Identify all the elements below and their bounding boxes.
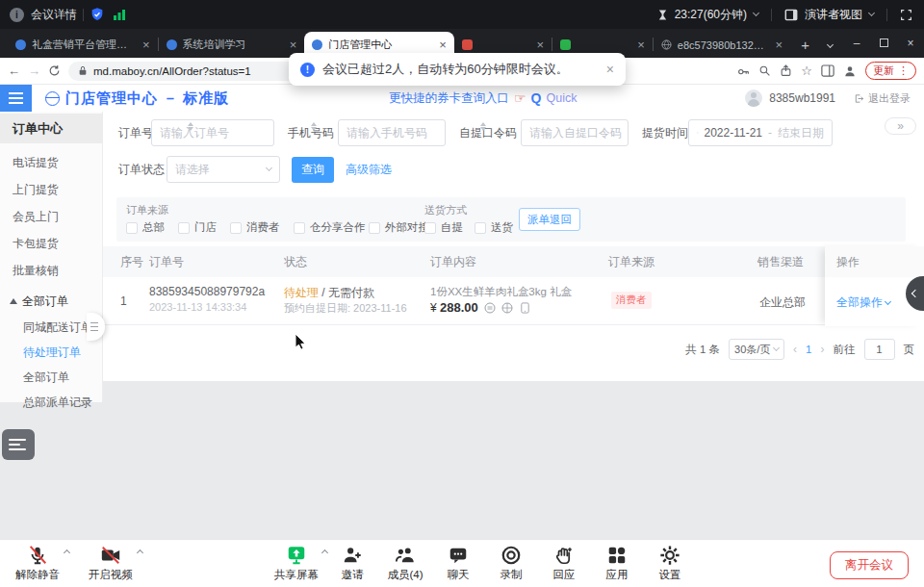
leave-meeting-button[interactable]: 离开会议: [830, 551, 909, 579]
fullscreen-icon[interactable]: [900, 9, 912, 21]
phone-input[interactable]: 请输入手机号码: [338, 119, 446, 146]
advanced-filter-link[interactable]: 高级筛选: [346, 156, 392, 183]
new-tab-button[interactable]: +: [794, 33, 816, 56]
tab-close-icon[interactable]: ×: [290, 38, 297, 51]
floating-list-button[interactable]: [2, 429, 35, 460]
sidebar-item-card-pickup[interactable]: 卡包提货: [0, 230, 102, 257]
invite-button[interactable]: 邀请: [326, 540, 378, 582]
checkbox-source-hq[interactable]: 总部: [126, 220, 165, 235]
prev-page-button[interactable]: ‹: [793, 343, 797, 356]
password-key-icon[interactable]: [737, 64, 750, 77]
tab-close-icon[interactable]: ×: [637, 38, 645, 51]
row-index: 1: [120, 294, 127, 308]
sidebar-item-door-pickup[interactable]: 上门提货: [0, 176, 102, 203]
tab-close-icon[interactable]: ×: [142, 38, 150, 51]
view-mode-label[interactable]: 演讲者视图: [805, 7, 862, 23]
settings-button[interactable]: 设置: [644, 540, 696, 582]
members-button[interactable]: 成员(4): [379, 540, 431, 582]
apps-button[interactable]: 应用: [591, 540, 643, 582]
sidebar-item-member-visit[interactable]: 会员上门: [0, 203, 102, 230]
order-status-select[interactable]: 请选择: [167, 156, 280, 183]
browser-update-button[interactable]: 更新 ⋮: [865, 62, 916, 80]
checkbox-source-warehouse-share[interactable]: 仓分享合作: [294, 220, 366, 235]
window-close-button[interactable]: ×: [897, 37, 924, 50]
divider: [771, 9, 772, 21]
search-button[interactable]: 查询: [292, 157, 334, 183]
col-header-order-no[interactable]: 订单号: [149, 246, 184, 277]
chevron-up-icon[interactable]: [137, 549, 143, 556]
triangle-collapse-icon: [10, 298, 17, 304]
window-minimize-button[interactable]: –: [843, 37, 870, 50]
security-shield-icon[interactable]: [90, 7, 105, 22]
sort-icon[interactable]: [188, 122, 193, 131]
side-panel-icon[interactable]: [821, 64, 834, 77]
checkbox-source-consumer[interactable]: 消费者: [230, 220, 280, 235]
browser-tab[interactable]: 系统培训学习 ×: [159, 32, 305, 58]
goto-page-input[interactable]: 1: [864, 339, 895, 360]
order-no-input[interactable]: 请输入订单号: [151, 119, 274, 146]
chevron-up-icon[interactable]: [64, 549, 70, 556]
tab-close-icon[interactable]: ×: [439, 38, 447, 51]
chevron-left-icon: [911, 290, 918, 297]
tab-search-icon[interactable]: [816, 37, 843, 50]
dispatch-return-button[interactable]: 派单退回: [519, 208, 580, 231]
checkbox-delivery-selfpickup[interactable]: 自提: [424, 220, 463, 235]
toast-close-icon[interactable]: ×: [606, 62, 614, 77]
quick-label[interactable]: Quick: [546, 91, 577, 105]
sidebar-item-all-orders[interactable]: 全部订单: [0, 365, 102, 390]
date-range-picker[interactable]: 2022-11-21 - 结束日期: [688, 119, 833, 146]
expand-filters-button[interactable]: »: [885, 117, 916, 135]
reload-icon[interactable]: [48, 64, 61, 77]
menu-toggle-button[interactable]: [0, 85, 32, 112]
chevron-down-icon[interactable]: [753, 10, 759, 16]
row-action-dropdown[interactable]: 全部操作: [836, 294, 890, 311]
checkbox-source-store[interactable]: 门店: [178, 220, 217, 235]
logout-icon: [854, 93, 864, 104]
bookmark-star-icon[interactable]: ☆: [801, 64, 812, 78]
forward-icon[interactable]: →: [28, 64, 40, 78]
back-icon[interactable]: ←: [8, 64, 20, 78]
tab-close-icon[interactable]: ×: [775, 38, 783, 51]
browser-tab[interactable]: 礼盒营销平台管理中心 ×: [8, 32, 158, 58]
current-page[interactable]: 1: [806, 344, 811, 355]
username: 8385wb1991: [769, 91, 835, 105]
sidebar-item-phone-pickup[interactable]: 电话提货: [0, 149, 102, 176]
sort-icon[interactable]: [311, 122, 317, 131]
page-size-select[interactable]: 30条/页: [729, 339, 784, 360]
col-header-status[interactable]: 状态: [284, 246, 307, 277]
meeting-toolbar: 解除静音 开启视频 共享屏幕 邀请: [0, 539, 924, 587]
checkbox-delivery-send[interactable]: 送货: [475, 220, 513, 235]
sidebar-group-all-orders[interactable]: 全部订单: [0, 288, 102, 315]
share-page-icon[interactable]: [780, 64, 792, 77]
browser-tab[interactable]: e8c573980b1328a258fd2e618 ×: [654, 32, 790, 58]
col-header-content[interactable]: 订单内容: [430, 246, 476, 277]
coupon-query-link[interactable]: 更快捷的券卡查询入口: [389, 90, 509, 107]
sidebar-item-batch-verify[interactable]: 批量核销: [0, 257, 102, 284]
zoom-icon[interactable]: [758, 64, 771, 77]
window-maximize-button[interactable]: [870, 37, 897, 50]
browser-menu-icon[interactable]: ⋮: [898, 64, 909, 77]
meeting-details-button[interactable]: i 会议详情: [0, 7, 77, 23]
share-screen-button[interactable]: 共享屏幕: [268, 540, 325, 582]
start-video-button[interactable]: 开启视频: [81, 540, 141, 582]
logout-button[interactable]: 退出登录: [854, 91, 911, 106]
sort-icon[interactable]: [480, 122, 486, 131]
chevron-down-icon: [885, 298, 891, 305]
chat-button[interactable]: 聊天: [432, 540, 484, 582]
sidebar-item-hq-dispatch-records[interactable]: 总部派单记录: [0, 390, 102, 415]
sidebar-root-order-center[interactable]: 订单中心: [0, 114, 102, 143]
unmute-button[interactable]: 解除静音: [8, 540, 67, 582]
sidebar-item-pending-orders[interactable]: 待处理订单: [0, 340, 102, 365]
user-avatar[interactable]: [745, 89, 762, 107]
order-source-label: 订单来源: [126, 203, 168, 217]
record-button[interactable]: 录制: [485, 540, 537, 582]
checkbox-icon: [369, 222, 380, 234]
network-signal-icon[interactable]: [113, 8, 126, 21]
pickup-code-input[interactable]: 请输入自提口令码: [521, 119, 629, 146]
next-page-button[interactable]: ›: [821, 343, 825, 356]
reaction-button[interactable]: 回应: [538, 540, 590, 582]
chevron-down-icon[interactable]: [868, 10, 875, 16]
tab-close-icon[interactable]: ×: [536, 38, 544, 51]
checkbox-source-external[interactable]: 外部对接: [369, 220, 429, 235]
profile-icon[interactable]: [843, 64, 857, 78]
